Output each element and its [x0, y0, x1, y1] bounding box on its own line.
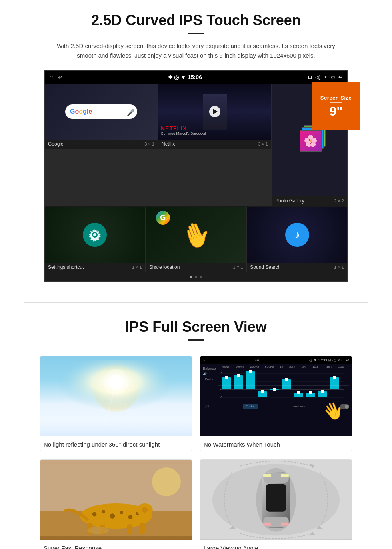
- device-mockup: Screen Size 9" ⌂ Ψ ✱ ◎ ▼ 15:06 ⊡ ◁): [44, 70, 348, 282]
- amplifier-caption: No Watermarks When Touch: [200, 436, 352, 451]
- svg-text:-10: -10: [220, 396, 222, 399]
- share-name: Share location: [149, 264, 180, 270]
- loudness-label: loudness: [293, 405, 306, 408]
- window-icon: ▭: [331, 74, 335, 80]
- close-icon: ✕: [324, 74, 328, 80]
- svg-point-41: [110, 513, 115, 519]
- google-search-bar[interactable]: Google 🎤: [65, 104, 137, 119]
- gallery-label: Photo Gallery 2 × 2: [272, 196, 347, 206]
- photo-card-1: 🌸: [300, 130, 322, 152]
- svg-point-37: [152, 467, 181, 496]
- sunlight-svg: [40, 356, 192, 436]
- badge-title: Screen Size: [320, 95, 352, 101]
- sunlight-image: [40, 356, 192, 436]
- app-cell-netflix[interactable]: NETFLIX Continue Marvel's Daredevil Netf…: [158, 84, 271, 149]
- svg-point-19: [261, 390, 264, 393]
- share-size: 1 × 1: [233, 265, 243, 270]
- svg-rect-49: [127, 524, 132, 534]
- wifi-icon: ▼: [180, 74, 186, 80]
- dot-1[interactable]: [190, 276, 192, 278]
- netflix-name: Netflix: [162, 141, 175, 147]
- google-label: Google 3 × 1: [45, 140, 158, 149]
- status-bar: ⌂ Ψ ✱ ◎ ▼ 15:06 ⊡ ◁) ✕ ▭ ↩: [45, 71, 347, 84]
- share-content: G 🤚: [146, 207, 246, 263]
- gallery-size: 2 × 2: [334, 198, 344, 203]
- pagination-dots: [45, 272, 347, 281]
- loudness-toggle[interactable]: [340, 404, 349, 409]
- play-triangle-icon: [213, 109, 218, 114]
- feature-card-car: Large Viewing Angle: [200, 459, 352, 549]
- app-cell-settings[interactable]: Settings shortcut 1 × 1: [45, 207, 145, 272]
- car-svg: [200, 460, 352, 540]
- sound-name: Sound Search: [250, 264, 280, 270]
- app-cell-share[interactable]: G 🤚 Share location 1 × 1: [146, 207, 246, 272]
- netflix-figure: [203, 94, 227, 130]
- svg-rect-16: [246, 371, 255, 389]
- share-bg: G 🤚: [146, 207, 246, 263]
- netflix-size: 3 × 1: [258, 142, 268, 146]
- toggle-knob: [345, 405, 349, 409]
- svg-rect-61: [263, 523, 271, 526]
- screen-size-badge: Screen Size 9": [312, 82, 360, 130]
- status-left: ⌂ Ψ: [50, 74, 62, 81]
- amp-balance-label: Balance: [203, 367, 216, 371]
- section2-title: IPS Full Screen View: [24, 319, 368, 335]
- svg-rect-62: [281, 523, 289, 526]
- app-cell-google[interactable]: Google 🎤 Google 3 × 1: [45, 84, 158, 149]
- back-icon[interactable]: ↩: [338, 74, 342, 80]
- svg-rect-12: [222, 377, 231, 389]
- netflix-label-overlay: NETFLIX Continue Marvel's Daredevil: [161, 125, 269, 136]
- amp-time: 17:33: [318, 358, 327, 362]
- status-time-area: ✱ ◎ ▼ 15:06: [168, 74, 202, 80]
- mic-icon: 🎤: [127, 109, 132, 114]
- svg-text:0: 0: [220, 388, 221, 391]
- gallery-name: Photo Gallery: [275, 198, 304, 204]
- feature-card-cheetah: Super Fast Response: [40, 459, 192, 549]
- section2: IPS Full Screen View: [0, 315, 392, 549]
- svg-point-7: [104, 369, 129, 395]
- sound-content: ♪: [247, 207, 347, 263]
- amp-dots: •••: [255, 358, 259, 362]
- dot-3[interactable]: [200, 276, 202, 278]
- feature-grid: No light reflecting under 360° direct su…: [24, 348, 368, 549]
- car-image: [200, 460, 352, 540]
- google-content: Google 🎤: [45, 84, 158, 140]
- svg-point-25: [297, 391, 300, 394]
- svg-point-13: [225, 376, 228, 379]
- svg-point-17: [249, 370, 252, 373]
- share-label: Share location 1 × 1: [146, 263, 246, 272]
- feature-card-amplifier: ⌂ ••• ◎ ▼ 17:33 ⊡ ◁) ✕ ▭ ↩ Balance 🔊 Fad…: [200, 356, 352, 451]
- settings-name: Settings shortcut: [48, 264, 84, 270]
- google-size: 3 × 1: [144, 142, 154, 146]
- section-divider: [24, 302, 368, 303]
- home-icon[interactable]: ⌂: [50, 74, 54, 81]
- svg-point-15: [237, 374, 240, 377]
- svg-point-31: [333, 376, 336, 379]
- sunlight-caption: No light reflecting under 360° direct su…: [40, 436, 192, 451]
- svg-point-46: [142, 507, 148, 513]
- sound-size: 1 × 1: [334, 265, 344, 270]
- dot-2[interactable]: [195, 276, 197, 278]
- app-cell-sound[interactable]: ♪ Sound Search 1 × 1: [247, 207, 347, 272]
- section2-underline: [188, 339, 204, 341]
- car-caption: Large Viewing Angle: [200, 540, 352, 549]
- svg-text:10: 10: [220, 372, 222, 375]
- netflix-label: Netflix 3 × 1: [158, 140, 271, 149]
- custom-button[interactable]: Custom: [243, 404, 258, 409]
- svg-point-27: [309, 391, 312, 394]
- hand-pointing-icon: 🤚: [177, 216, 215, 253]
- amp-home-icon: ⌂: [203, 358, 205, 362]
- music-note-icon: ♪: [285, 223, 309, 247]
- svg-point-43: [128, 515, 133, 519]
- svg-point-51: [87, 527, 109, 534]
- amplifier-image: ⌂ ••• ◎ ▼ 17:33 ⊡ ◁) ✕ ▭ ↩ Balance 🔊 Fad…: [200, 356, 352, 436]
- svg-point-29: [321, 390, 324, 393]
- status-time: 15:06: [188, 74, 202, 80]
- settings-gear-icon: [83, 223, 107, 247]
- app-grid-row1: Google 🎤 Google 3 × 1: [45, 84, 347, 206]
- svg-rect-50: [140, 523, 145, 534]
- play-button[interactable]: [209, 106, 220, 117]
- amp-status-bar: ⌂ ••• ◎ ▼ 17:33 ⊡ ◁) ✕ ▭ ↩: [200, 356, 352, 364]
- volume-icon: ◁): [315, 74, 320, 80]
- svg-rect-30: [330, 377, 339, 389]
